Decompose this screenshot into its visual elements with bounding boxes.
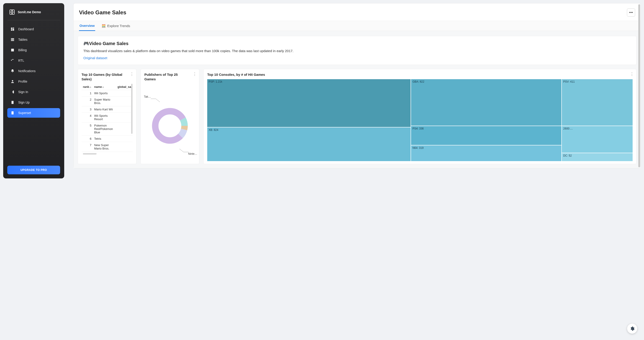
nav: Dashboard Tables Billing RTL Notificatio… [7,24,60,166]
donut-chart: Tak… Ninte… [144,91,196,161]
page-header: Video Game Sales ••• [74,3,640,21]
intro-title: 🎮Video Game Sales [83,41,631,46]
sidebar: Sonit.me Demo Dashboard Tables Billing R… [3,3,64,178]
content: 🎮Video Game Sales This dashboard visuali… [74,31,640,168]
nav-billing[interactable]: Billing [7,45,60,55]
table-row[interactable]: 2Super Mario Bros. [82,96,132,106]
donut-svg [150,106,189,145]
table-scroll: rank◆ name◆ global_sa 1Wii Sports 2Super… [82,84,132,152]
nav-label: Superset [18,111,31,115]
col-name[interactable]: name◆ [93,84,116,90]
nav-label: Sign Up [18,101,30,104]
nav-label: Billing [18,48,27,52]
nav-sign-in[interactable]: Sign In [7,87,60,97]
trends-emoji-icon: 🧮 [102,24,106,28]
svg-line-9 [180,149,184,152]
table-row[interactable]: 5Pokemon Red/Pokemon Blue [82,122,132,136]
treemap-cell-psv[interactable]: PSV: 411 [562,79,632,126]
ellipsis-icon: ••• [629,10,633,14]
leader-line [177,148,188,153]
brand-title: Sonit.me Demo [18,10,41,14]
intro-card: 🎮Video Game Sales This dashboard visuali… [78,36,636,65]
profile-icon [10,79,14,83]
panel-publishers: ⋮ Publishers of Top 25 Games Tak… [140,69,199,164]
sign-up-icon [10,100,14,104]
brand: Sonit.me Demo [7,7,60,20]
table-row[interactable]: 3Mario Kart Wii [82,106,132,113]
nav-label: RTL [18,59,24,62]
tabs: Overview 🧮 Explore Trends [74,21,640,31]
leader-line [151,98,162,102]
upgrade-button[interactable]: UPGRADE TO PRO [7,166,60,174]
treemap-cell-psp[interactable]: PSP: 1.21k [207,79,410,127]
panel-menu-button[interactable]: ⋮ [193,72,197,76]
nav-label: Tables [18,38,27,41]
page-title: Video Game Sales [79,9,126,16]
intro-text: This dashboard visualizes sales & platfo… [83,48,631,54]
main: Video Game Sales ••• Overview 🧮 Explore … [73,3,641,178]
table-row[interactable]: 4Wii Sports Resort [82,113,132,122]
treemap-cell-ps4[interactable]: PS4: 336 [411,126,561,145]
panel-title: Top 10 Consoles, by # of Hit Games [207,72,632,77]
panels-row: ⋮ Top 10 Games (by Global Sales) rank◆ n… [78,69,636,164]
treemap-chart: PSP: 1.21k XB: 824 GBA: 822 PS4: 336 N64… [207,79,632,161]
svg-point-2 [155,111,185,141]
page-card: Video Game Sales ••• Overview 🧮 Explore … [73,3,641,168]
treemap-cell-2600[interactable]: 2600:… [562,126,632,152]
treemap-cell-dc[interactable]: DC: 52 [562,153,632,161]
treemap-cell-gba[interactable]: GBA: 822 [411,79,561,126]
nav-sign-up[interactable]: Sign Up [7,98,60,107]
donut-label-top: Tak… [144,95,151,98]
col-rank[interactable]: rank◆ [82,84,93,90]
panel-top-games: ⋮ Top 10 Games (by Global Sales) rank◆ n… [78,69,136,164]
svg-point-1 [12,80,13,81]
panel-consoles: ⋮ Top 10 Consoles, by # of Hit Games PSP… [203,69,636,164]
superset-icon [10,111,14,115]
nav-label: Sign In [18,90,28,94]
tab-explore-trends[interactable]: 🧮 Explore Trends [101,21,131,31]
tables-icon [10,37,14,42]
table-body: 1Wii Sports 2Super Mario Bros. 3Mario Ka… [82,90,132,152]
panel-title: Publishers of Top 25 Games [144,72,196,82]
panel-menu-button[interactable]: ⋮ [130,72,134,76]
treemap-cell-n64[interactable]: N64: 319 [411,145,561,161]
nav-label: Notifications [18,69,36,73]
sign-in-icon [10,90,14,94]
brand-logo-icon [9,9,16,15]
table-vertical-scrollbar[interactable] [131,84,132,134]
panel-menu-button[interactable]: ⋮ [630,72,634,76]
nav-label: Dashboard [18,27,34,31]
col-global-sales[interactable]: global_sa [116,84,132,90]
dashboard-icon [10,27,14,31]
table-row[interactable]: 7New Super Mario Bros. [82,142,132,152]
nav-rtl[interactable]: RTL [7,56,60,65]
billing-icon [10,48,14,52]
nav-label: Profile [18,80,27,83]
treemap-cell-xb[interactable]: XB: 824 [207,127,410,161]
table-horizontal-scrollbar[interactable] [83,153,96,155]
nav-profile[interactable]: Profile [7,77,60,86]
bell-icon [10,69,14,73]
tab-label: Explore Trends [107,24,130,28]
table-row[interactable]: 1Wii Sports [82,90,132,96]
donut-label-bottom: Ninte… [188,152,197,155]
nav-superset[interactable]: Superset [7,108,60,118]
original-dataset-link[interactable]: Original dataset [83,56,107,60]
panel-title: Top 10 Games (by Global Sales) [82,72,132,82]
nav-notifications[interactable]: Notifications [7,66,60,76]
rtl-icon [10,58,14,63]
tab-overview[interactable]: Overview [79,21,95,31]
svg-line-7 [156,99,160,102]
scrollbar[interactable] [638,4,640,167]
page-more-button[interactable]: ••• [627,8,635,17]
nav-dashboard[interactable]: Dashboard [7,24,60,34]
nav-tables[interactable]: Tables [7,35,60,44]
top-games-table: rank◆ name◆ global_sa 1Wii Sports 2Super… [82,84,132,152]
table-row[interactable]: 6Tetris [82,136,132,142]
